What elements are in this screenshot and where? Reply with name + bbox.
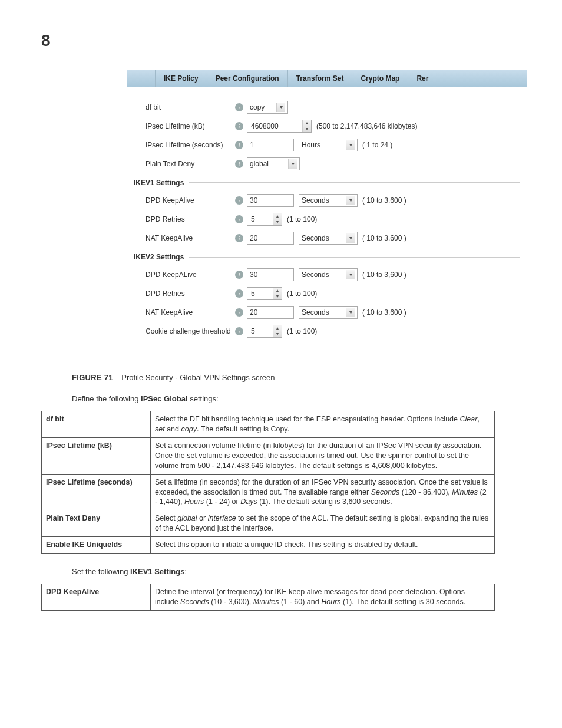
hint: (1 to 100) (287, 289, 317, 298)
hint-ipsec-kb: (500 to 2,147,483,646 kilobytes) (316, 121, 417, 131)
row-ikev2-cookie-threshold: Cookie challenge threshold i 5 ▲▼ (1 to … (134, 322, 520, 341)
tab-peer-configuration[interactable]: Peer Configuration (207, 70, 288, 87)
label: DPD KeepAlive (134, 196, 235, 205)
info-icon[interactable]: i (235, 271, 243, 279)
input-ipsec-sec[interactable]: 1 (247, 139, 294, 151)
tab-bar: IKE Policy Peer Configuration Transform … (127, 70, 527, 87)
label-ptd: Plain Text Deny (134, 159, 235, 169)
label: DPD Retries (134, 289, 235, 298)
tab-transform-set[interactable]: Transform Set (288, 70, 353, 87)
info-icon[interactable]: i (235, 215, 243, 223)
tab-crypto-map[interactable]: Crypto Map (352, 70, 408, 87)
label: Cookie challenge threshold (134, 327, 235, 336)
row-ikev1-nat-keepalive: NAT KeepAlive i 20 Seconds ( 10 to 3,600… (134, 229, 520, 248)
def-term: Plain Text Deny (42, 510, 151, 537)
def-desc: Set a connection volume lifetime (in kil… (151, 438, 495, 475)
spinner-ikev2-dpdr[interactable]: 5 ▲▼ (247, 287, 282, 300)
section-ikev1: IKEV1 Settings (134, 178, 520, 187)
page-number: 8 (41, 29, 527, 52)
select-df-bit[interactable]: copy (247, 101, 288, 114)
label: DPD KeepALive (134, 270, 235, 279)
label: NAT KeepAlive (134, 308, 235, 317)
table-row: Enable IKE UniqueIdsSelect this option t… (42, 537, 495, 554)
select-ikev1-natk-unit[interactable]: Seconds (299, 232, 358, 245)
row-ikev2-nat-keepalive: NAT KeepAlive i 20 Seconds ( 10 to 3,600… (134, 303, 520, 322)
def-term: IPsec Lifetime (kB) (42, 438, 151, 475)
screenshot-panel: IKE Policy Peer Configuration Transform … (127, 70, 527, 349)
table-row: IPsec Lifetime (kB)Set a connection volu… (42, 438, 495, 475)
table-ipsec-global: df bitSelect the DF bit handling techniq… (41, 411, 495, 554)
def-desc: Select this option to initiate a unique … (151, 537, 495, 554)
info-icon[interactable]: i (235, 327, 243, 335)
spinner-ipsec-kb[interactable]: 4608000 ▲▼ (247, 120, 312, 133)
figure-caption: FIGURE 71 Profile Security - Global VPN … (72, 373, 527, 383)
row-ipsec-sec: IPsec Lifetime (seconds) i 1 Hours ( 1 t… (134, 136, 520, 154)
table-row: Plain Text DenySelect global or interfac… (42, 510, 495, 537)
hint: ( 10 to 3,600 ) (362, 270, 406, 279)
def-desc: Define the interval (or frequency) for I… (151, 584, 495, 611)
section-ikev2: IKEV2 Settings (134, 252, 520, 262)
spinner-ikev1-dpdr[interactable]: 5 ▲▼ (247, 213, 282, 226)
def-term: df bit (42, 411, 151, 438)
table-ikev1: DPD KeepAliveDefine the interval (or fre… (41, 584, 495, 611)
intro-ikev1: Set the following IKEV1 Settings: (72, 566, 527, 577)
def-desc: Select global or interface to set the sc… (151, 510, 495, 537)
info-icon[interactable]: i (235, 122, 243, 130)
input-ikev1-natk[interactable]: 20 (247, 232, 294, 245)
def-desc: Set a lifetime (in seconds) for the dura… (151, 474, 495, 510)
hint: ( 10 to 3,600 ) (362, 196, 406, 205)
def-desc: Select the DF bit handling technique use… (151, 411, 495, 438)
row-plain-text-deny: Plain Text Deny i global (134, 154, 520, 173)
info-icon[interactable]: i (235, 289, 243, 298)
hint: (1 to 100) (287, 215, 317, 224)
tab-ike-policy[interactable]: IKE Policy (156, 70, 207, 87)
input-ikev2-dpdk[interactable]: 30 (247, 268, 294, 281)
select-ikev2-dpdk-unit[interactable]: Seconds (299, 268, 358, 281)
info-icon[interactable]: i (235, 160, 243, 168)
figure-number: FIGURE 71 (72, 373, 113, 382)
info-icon[interactable]: i (235, 103, 243, 111)
row-ikev2-dpd-retries: DPD Retries i 5 ▲▼ (1 to 100) (134, 284, 520, 303)
label-ipsec-sec: IPsec Lifetime (seconds) (134, 140, 235, 150)
hint: ( 10 to 3,600 ) (362, 308, 406, 317)
select-ptd[interactable]: global (247, 157, 300, 170)
table-row: df bitSelect the DF bit handling techniq… (42, 411, 495, 438)
figure-title: Profile Security - Global VPN Settings s… (121, 373, 275, 382)
label-ipsec-kb: IPsec Lifetime (kB) (134, 121, 235, 131)
input-ikev2-natk[interactable]: 20 (247, 306, 294, 319)
select-ikev1-dpdk-unit[interactable]: Seconds (299, 194, 358, 207)
info-icon[interactable]: i (235, 196, 243, 205)
select-ikev2-natk-unit[interactable]: Seconds (299, 306, 358, 319)
def-term: Enable IKE UniqueIds (42, 537, 151, 554)
spinner-ikev2-cct[interactable]: 5 ▲▼ (247, 325, 282, 338)
hint-ipsec-sec: ( 1 to 24 ) (362, 140, 392, 150)
table-row: DPD KeepAliveDefine the interval (or fre… (42, 584, 495, 611)
info-icon[interactable]: i (235, 141, 243, 149)
select-ipsec-sec-unit[interactable]: Hours (299, 139, 358, 151)
info-icon[interactable]: i (235, 308, 243, 317)
label-df-bit: df bit (134, 103, 235, 112)
info-icon[interactable]: i (235, 234, 243, 242)
intro-ipsec-global: Define the following IPSec Global settin… (72, 394, 527, 404)
hint: ( 10 to 3,600 ) (362, 233, 406, 243)
def-term: DPD KeepAlive (42, 584, 151, 611)
row-ikev1-dpd-keepalive: DPD KeepAlive i 30 Seconds ( 10 to 3,600… (134, 191, 520, 210)
table-row: IPsec Lifetime (seconds)Set a lifetime (… (42, 474, 495, 510)
input-ikev1-dpdk[interactable]: 30 (247, 194, 294, 207)
tab-truncated[interactable]: Rer (408, 70, 437, 87)
label: DPD Retries (134, 215, 235, 224)
row-ikev2-dpd-keepalive: DPD KeepALive i 30 Seconds ( 10 to 3,600… (134, 265, 520, 284)
hint: (1 to 100) (287, 327, 317, 336)
row-ikev1-dpd-retries: DPD Retries i 5 ▲▼ (1 to 100) (134, 210, 520, 229)
row-df-bit: df bit i copy (134, 98, 520, 117)
row-ipsec-kb: IPsec Lifetime (kB) i 4608000 ▲▼ (500 to… (134, 117, 520, 136)
label: NAT KeepAlive (134, 233, 235, 243)
def-term: IPsec Lifetime (seconds) (42, 474, 151, 510)
